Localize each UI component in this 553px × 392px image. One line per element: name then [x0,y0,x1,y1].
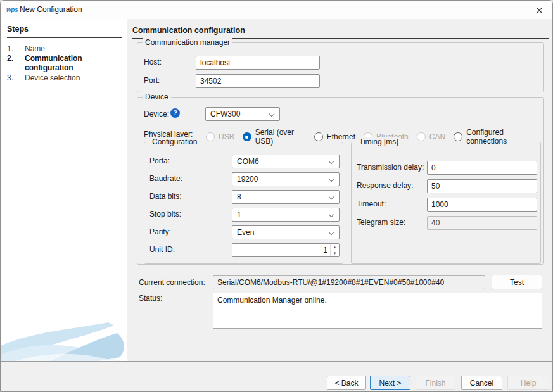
step-number: 1. [7,44,25,54]
parity-label: Parity: [149,227,171,236]
spinner-up-icon[interactable]: ▲ [331,244,339,250]
device-group: Device Device: ? CFW300 Physical layer: … [137,97,544,265]
host-label: Host: [144,58,162,66]
group-legend: Timing [ms] [357,137,401,146]
response-delay-label: Response delay: [357,181,413,190]
radio-can: CAN [417,132,445,141]
telegram-size-label: Telegram size: [357,218,405,227]
group-legend: Device [143,92,171,101]
window-title: New Configuration [20,5,82,14]
radio-usb: USB [206,132,234,141]
timing-group: Timing [ms] Transmission delay: Response… [351,142,541,264]
help-button: Help [507,376,549,390]
current-connection-field[interactable] [213,275,485,289]
communication-manager-group: Communication manager Host: Port: [137,42,544,92]
timeout-label: Timeout: [357,199,386,208]
port-label: Port: [144,76,160,85]
radio-icon [417,132,426,141]
data-bits-label: Data bits: [149,192,182,201]
chevron-down-icon [329,159,334,164]
telegram-size-input [427,216,537,230]
test-button[interactable]: Test [492,275,542,289]
unit-id-stepper[interactable]: ▲ ▼ [232,243,340,257]
cancel-button[interactable]: Cancel [461,376,502,390]
step-number: 2. [7,54,25,73]
porta-select[interactable]: COM6 [232,155,340,168]
radio-ethernet[interactable]: Ethernet [314,132,355,141]
device-select[interactable]: CFW300 [205,107,280,121]
radio-icon [454,132,462,141]
chevron-down-icon [329,194,334,199]
host-input[interactable] [196,56,320,70]
radio-selected-icon [243,132,251,141]
stop-bits-label: Stop bits: [149,210,181,218]
baudrate-label: Baudrate: [149,174,182,183]
step-label: Communication configuration [25,54,113,73]
status-label: Status: [139,294,162,303]
wps-logo-icon: wps [6,6,18,13]
status-textarea[interactable]: Communication Manager online. [213,293,542,329]
current-connection-label: Current connection: [139,278,205,287]
step-item-name: 1. Name [7,44,122,54]
group-legend: Communication manager [143,38,232,47]
chevron-down-icon [329,212,334,217]
step-item-device-selection: 3. Device selection [7,73,122,83]
response-delay-input[interactable] [427,179,537,193]
steps-heading: Steps [7,25,122,38]
configuration-group: Configuration Porta: COM6 Baudrate: 1920… [144,142,343,264]
unit-id-input[interactable] [232,244,330,256]
radio-icon [314,132,323,141]
step-item-communication-configuration: 2. Communication configuration [7,54,122,73]
transmission-delay-label: Transmission delay: [357,163,424,172]
timeout-input[interactable] [427,198,537,212]
port-input[interactable] [196,74,320,88]
porta-label: Porta: [149,156,170,165]
chevron-down-icon [269,111,274,117]
page-title: Communication configuration [132,26,549,39]
spinner-down-icon[interactable]: ▼ [331,250,339,256]
device-label: Device: [144,110,169,118]
step-label: Device selection [25,73,113,83]
close-icon[interactable] [530,3,548,17]
stop-bits-select[interactable]: 1 [232,208,340,222]
chevron-down-icon [329,230,334,235]
spinner-buttons: ▲ ▼ [330,244,339,256]
device-select-value: CFW300 [210,110,240,118]
unit-id-label: Unit ID: [149,245,175,254]
step-number: 3. [7,73,25,83]
transmission-delay-input[interactable] [427,161,537,175]
parity-select[interactable]: Even [232,225,340,239]
finish-button: Finish [416,376,455,390]
baudrate-select[interactable]: 19200 [232,172,340,186]
step-label: Name [25,44,113,54]
next-button[interactable]: Next > [370,376,410,390]
data-bits-select[interactable]: 8 [232,190,340,204]
title-bar: wps New Configuration [1,1,553,19]
device-help-icon[interactable]: ? [170,108,180,118]
radio-icon [206,132,215,141]
back-button[interactable]: < Back [327,376,366,390]
chevron-down-icon [329,177,334,182]
new-configuration-dialog: wps New Configuration Steps 1. Name 2. C… [0,0,553,392]
group-legend: Configuration [149,137,200,146]
